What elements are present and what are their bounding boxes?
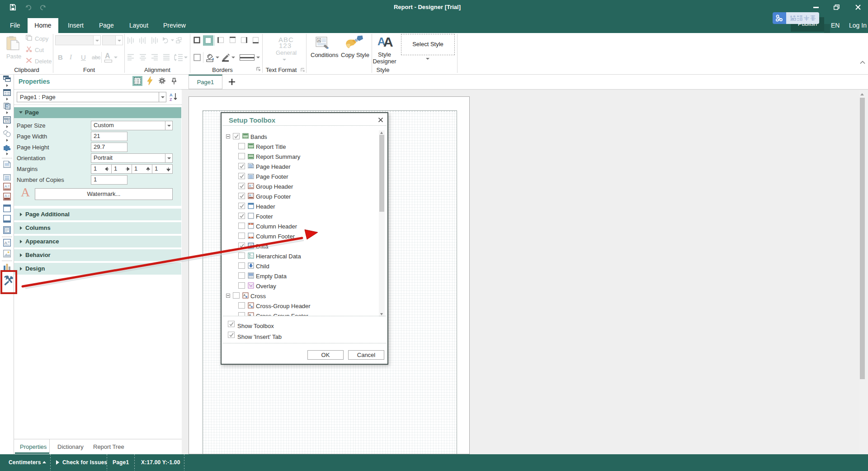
svg-text:Z: Z <box>170 97 172 101</box>
svg-text:A: A <box>170 93 173 97</box>
svg-text:A: A <box>5 241 7 245</box>
svg-text:A: A <box>5 194 7 198</box>
svg-text:A: A <box>5 184 7 189</box>
svg-text:A: A <box>318 38 321 43</box>
svg-text:123: 123 <box>5 119 9 123</box>
